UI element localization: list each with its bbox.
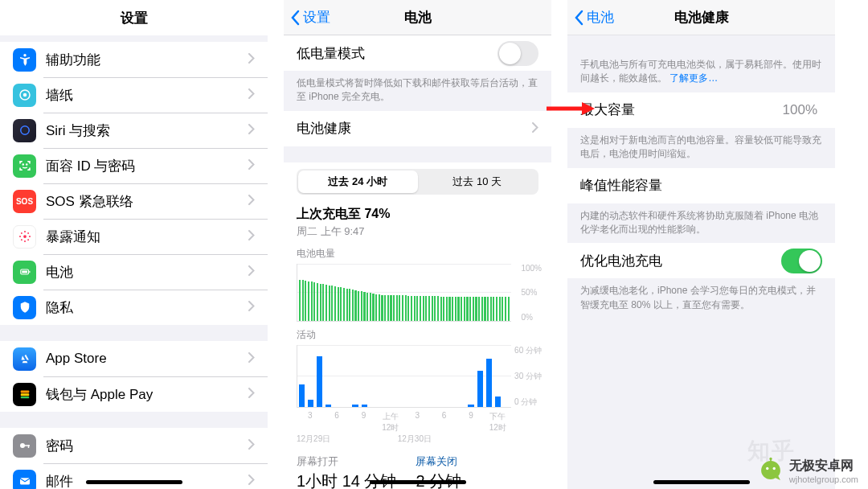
row-privacy[interactable]: 隐私 xyxy=(0,290,268,325)
svg-point-34 xyxy=(769,458,772,460)
svg-rect-17 xyxy=(29,271,30,273)
row-mail[interactable]: 邮件 xyxy=(0,463,268,489)
chevron-right-icon xyxy=(248,300,255,314)
battery-icon xyxy=(13,261,36,284)
row-label: 电池 xyxy=(46,263,248,281)
row-passwords[interactable]: 密码 xyxy=(0,428,268,463)
watermark-url: wjhotelgroup.com xyxy=(789,475,858,484)
chevron-right-icon xyxy=(532,121,538,136)
row-appstore[interactable]: App Store xyxy=(0,341,268,376)
chart-battery-label: 电池电量 xyxy=(297,247,538,261)
row-max-capacity[interactable]: 最大容量 100% xyxy=(567,92,835,128)
back-button[interactable]: 设置 xyxy=(290,8,330,27)
chevron-right-icon xyxy=(248,438,255,453)
row-label: 优化电池充电 xyxy=(580,252,781,270)
watermark-title: 无极安卓网 xyxy=(789,458,858,475)
row-label: SOS 紧急联络 xyxy=(46,192,248,211)
back-label: 电池 xyxy=(587,8,614,27)
chevron-right-icon xyxy=(248,158,255,173)
row-label: 辅助功能 xyxy=(46,51,248,69)
svg-point-2 xyxy=(23,93,27,97)
svg-point-4 xyxy=(20,126,29,135)
nav-bar: 设置 电池 xyxy=(284,0,551,35)
site-watermark: 无极安卓网 wjhotelgroup.com xyxy=(757,457,858,484)
row-wallet[interactable]: 钱包与 Apple Pay xyxy=(0,376,268,412)
privacy-icon xyxy=(13,296,36,319)
optimize-desc: 为减缓电池老化，iPhone 会学习您每日的充电模式，并智缓充电至 80% 以上… xyxy=(567,278,835,318)
back-button[interactable]: 电池 xyxy=(574,8,614,27)
home-indicator xyxy=(370,480,466,484)
row-sos[interactable]: SOS SOS 紧急联络 xyxy=(0,183,268,219)
chart-activity-label: 活动 xyxy=(297,328,538,342)
chevron-right-icon xyxy=(248,351,255,366)
svg-rect-24 xyxy=(27,445,29,448)
row-label: 最大容量 xyxy=(580,101,783,119)
segment-24h[interactable]: 过去 24 小时 xyxy=(298,171,418,193)
chart-activity: 60 分钟 30 分钟 0 分钟 xyxy=(297,345,538,408)
wallet-icon xyxy=(13,383,36,406)
optimize-toggle[interactable] xyxy=(781,249,822,273)
ytick: 0 分钟 xyxy=(514,397,542,408)
chart-xaxis-dates: 12月29日 12月30日 xyxy=(297,434,538,445)
row-siri[interactable]: Siri 与搜索 xyxy=(0,113,268,148)
svg-point-12 xyxy=(20,232,22,234)
svg-point-5 xyxy=(23,164,23,165)
svg-point-35 xyxy=(766,467,768,470)
chevron-right-icon xyxy=(248,229,255,244)
peak-desc: 内建的动态软件和硬件系统将协助克服随着 iPhone 电池化学老化而出现的性能影… xyxy=(567,203,835,244)
date-a: 12月29日 xyxy=(297,434,357,445)
appstore-icon xyxy=(13,347,36,371)
row-peak-performance[interactable]: 峰值性能容量 xyxy=(567,168,835,203)
row-label: 电池健康 xyxy=(297,119,532,138)
screen-on-label: 屏幕打开 xyxy=(297,454,396,469)
siri-icon xyxy=(13,119,36,142)
max-capacity-desc: 这是相对于新电池而言的电池容量。容量较低可能导致充电后，电池使用时间缩短。 xyxy=(567,128,835,168)
ytick: 30 分钟 xyxy=(514,371,542,382)
nav-title: 电池健康 xyxy=(674,8,729,27)
row-faceid[interactable]: 面容 ID 与密码 xyxy=(0,148,268,183)
nav-title: 设置 xyxy=(121,9,148,27)
watermark-logo-icon xyxy=(757,457,784,484)
screen-settings: 设置 辅助功能 墙纸 Siri 与搜索 xyxy=(0,0,268,489)
row-battery-health[interactable]: 电池健康 xyxy=(284,111,551,146)
segment-10d[interactable]: 过去 10 天 xyxy=(418,171,538,193)
svg-point-14 xyxy=(20,239,22,240)
svg-point-13 xyxy=(27,232,29,234)
screen-off-label: 屏幕关闭 xyxy=(416,454,461,469)
last-charge-sub: 周二 上午 9:47 xyxy=(297,224,538,239)
row-exposure[interactable]: 暴露通知 xyxy=(0,219,268,254)
wallpaper-icon xyxy=(13,84,36,107)
svg-point-8 xyxy=(24,231,26,232)
time-range-segmented[interactable]: 过去 24 小时 过去 10 天 xyxy=(297,169,538,195)
row-label: Siri 与搜索 xyxy=(46,121,248,140)
sos-icon: SOS xyxy=(13,190,36,213)
chevron-right-icon xyxy=(248,123,255,138)
row-label: 钱包与 Apple Pay xyxy=(46,385,248,404)
row-battery[interactable]: 电池 xyxy=(0,254,268,290)
chevron-right-icon xyxy=(248,88,255,102)
max-capacity-value: 100% xyxy=(783,102,817,118)
nav-title: 电池 xyxy=(404,8,432,27)
row-optimize-charging[interactable]: 优化电池充电 xyxy=(567,243,835,278)
row-accessibility[interactable]: 辅助功能 xyxy=(0,42,268,77)
nav-bar: 电池 电池健康 xyxy=(567,0,835,35)
svg-rect-19 xyxy=(20,391,29,393)
intro-text: 手机电池与所有可充电电池类似，属于易耗部件。使用时间越长，能效越低。 了解更多… xyxy=(567,35,835,92)
svg-rect-20 xyxy=(20,393,29,396)
low-power-toggle[interactable] xyxy=(497,41,538,66)
learn-more-link[interactable]: 了解更多… xyxy=(669,72,718,84)
svg-point-0 xyxy=(23,54,26,56)
row-wallpaper[interactable]: 墙纸 xyxy=(0,77,268,113)
row-label: 峰值性能容量 xyxy=(580,176,822,195)
svg-point-36 xyxy=(772,467,775,470)
date-b: 12月30日 xyxy=(357,434,473,445)
nav-bar: 设置 xyxy=(0,0,268,35)
annotation-arrow-icon xyxy=(545,101,595,116)
row-low-power[interactable]: 低电量模式 xyxy=(284,35,551,71)
svg-point-15 xyxy=(27,239,29,240)
chevron-right-icon xyxy=(248,194,255,208)
svg-rect-18 xyxy=(22,271,27,273)
last-charge-title: 上次充电至 74% xyxy=(297,203,538,223)
chart-battery: 100% 50% 0% xyxy=(297,264,538,322)
low-power-desc: 低电量模式将暂时降低如下载和邮件获取等后台活动，直至 iPhone 完全充电。 xyxy=(284,71,551,111)
